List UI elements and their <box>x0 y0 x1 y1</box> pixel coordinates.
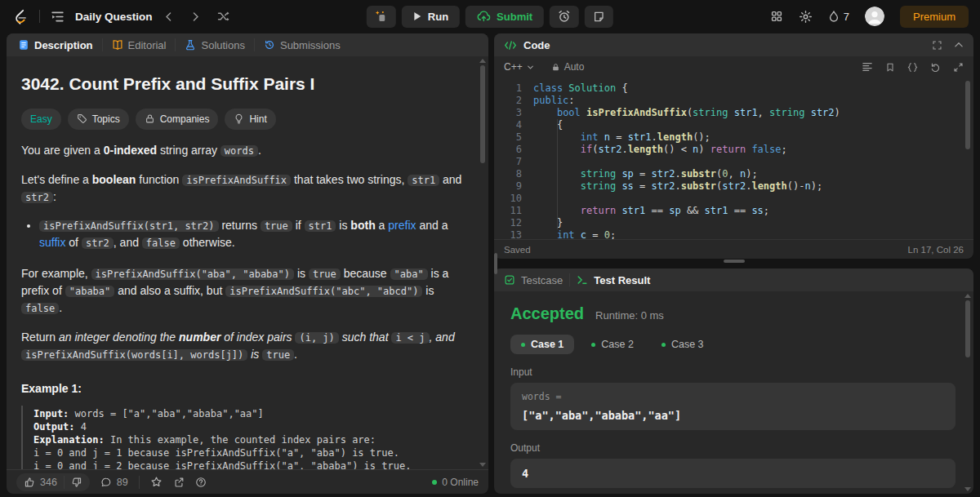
favorite-button[interactable] <box>150 476 163 488</box>
dislike-button[interactable] <box>71 477 82 488</box>
scroll-down-arrow[interactable] <box>964 487 971 491</box>
collapse-panel-icon[interactable] <box>954 40 964 50</box>
code-line[interactable]: 6 if(str2.length() < n) return false; <box>494 144 973 156</box>
feedback-button[interactable] <box>195 477 207 488</box>
maximize-editor-icon[interactable] <box>953 62 964 73</box>
scroll-down-arrow[interactable] <box>479 463 486 467</box>
code-line[interactable]: 13 int c = 0; <box>494 229 973 239</box>
streak-indicator[interactable]: 7 <box>828 10 849 23</box>
prev-question-button[interactable] <box>163 11 174 22</box>
code-line[interactable]: 2public: <box>494 95 973 107</box>
description-scrollbar <box>478 56 488 469</box>
scrollbar-thumb[interactable] <box>965 300 970 357</box>
next-question-button[interactable] <box>190 11 201 22</box>
code-line[interactable]: 9 string ss = str2.substr(str2.length()-… <box>494 180 973 193</box>
code-line[interactable]: 3 bool isPrefixAndSuffix(string str1, st… <box>494 107 973 119</box>
run-button[interactable]: Run <box>402 6 460 28</box>
settings-button[interactable] <box>799 10 813 24</box>
lock-icon <box>145 113 155 124</box>
code-line[interactable]: 7 <box>494 156 973 168</box>
book-icon <box>112 39 123 51</box>
play-icon <box>413 11 422 21</box>
share-button[interactable] <box>173 477 185 488</box>
code-panel: Code C++ <box>494 33 973 259</box>
notes-button[interactable] <box>585 6 613 28</box>
panel-resize-handle-vertical[interactable] <box>494 253 497 274</box>
example-1-block: Input: words = ["a","aba","ababa","aa"]O… <box>21 406 464 470</box>
streak-count: 7 <box>844 11 849 23</box>
timer-button[interactable] <box>550 6 579 28</box>
problem-badges: Easy Topics Companies <box>21 109 464 130</box>
bookmark-icon[interactable] <box>885 62 895 73</box>
problem-description-content: 3042. Count Prefix and Suffix Pairs I Ea… <box>7 56 488 469</box>
code-line[interactable]: 5 int n = str1.length(); <box>494 131 973 144</box>
code-line[interactable]: 10 <box>494 193 973 205</box>
reset-code-icon[interactable] <box>930 62 941 73</box>
debug-button[interactable] <box>367 6 396 28</box>
code-line[interactable]: 12 } <box>494 217 973 229</box>
tab-editorial[interactable]: Editorial <box>110 39 168 51</box>
output-box[interactable]: 4 <box>510 459 956 488</box>
avatar[interactable] <box>865 7 884 26</box>
terminal-icon <box>577 274 588 286</box>
companies-badge[interactable]: Companies <box>136 109 219 130</box>
top-navigation-bar: Daily Question <box>0 0 980 33</box>
test-panel-header: Testcase Test Result <box>494 268 973 291</box>
fullscreen-icon[interactable] <box>932 40 942 51</box>
runtime-info: Runtime: 0 ms <box>595 309 664 322</box>
language-selector[interactable]: C++ <box>504 61 534 73</box>
tab-testcase[interactable]: Testcase <box>504 274 563 286</box>
divider <box>39 10 40 23</box>
code-line[interactable]: 8 string sp = str2.substr(0, n); <box>494 168 973 180</box>
checkbox-check-icon <box>504 274 515 286</box>
description-footer: 346 89 0 Online <box>7 469 488 494</box>
code-line[interactable]: 4 { <box>494 119 973 131</box>
input-label: Input <box>510 366 956 378</box>
format-code-icon[interactable] <box>862 62 873 72</box>
like-button[interactable]: 346 <box>24 477 57 488</box>
code-icon <box>504 40 517 51</box>
scroll-up-arrow[interactable] <box>479 59 486 63</box>
flask-icon <box>185 39 196 51</box>
online-count: 0 Online <box>432 477 479 488</box>
snippets-icon[interactable] <box>907 62 918 73</box>
leetcode-logo[interactable] <box>11 8 29 25</box>
code-editor[interactable]: 1class Solution {2public:3 bool isPrefix… <box>494 78 973 239</box>
saved-indicator: Saved <box>504 245 531 255</box>
daily-question-label[interactable]: Daily Question <box>75 11 153 23</box>
problem-bullet-1: isPrefixAndSuffix(str1, str2) returns tr… <box>39 217 464 251</box>
flame-icon <box>828 10 840 23</box>
divider <box>64 476 65 489</box>
tab-submissions[interactable]: Submissions <box>262 39 342 51</box>
input-box[interactable]: words = ["a","aba","ababa","aa"] <box>510 383 956 430</box>
comments-button[interactable]: 89 <box>100 477 128 488</box>
code-line[interactable]: 11 return str1 == sp && str1 == ss; <box>494 205 973 217</box>
alarm-icon <box>558 10 571 23</box>
auto-save-indicator[interactable]: Auto <box>551 61 585 73</box>
hint-badge[interactable]: Hint <box>225 109 275 130</box>
editor-status-bar: Saved Ln 17, Col 26 <box>494 239 973 259</box>
shuffle-button[interactable] <box>217 10 230 23</box>
premium-button[interactable]: Premium <box>900 6 969 28</box>
problem-statement-3: For example, isPrefixAndSuffix("aba", "a… <box>21 265 464 317</box>
input-var-name: words = <box>522 391 944 402</box>
topics-badge[interactable]: Topics <box>68 109 129 130</box>
case-1-tab[interactable]: Case 1 <box>510 335 574 354</box>
case-2-tab[interactable]: Case 2 <box>581 335 644 354</box>
apps-grid-button[interactable] <box>770 10 783 23</box>
code-line[interactable]: 1class Solution { <box>494 82 973 95</box>
problem-title: 3042. Count Prefix and Suffix Pairs I <box>21 71 464 97</box>
note-icon <box>593 11 605 23</box>
tab-description[interactable]: Description <box>16 39 95 51</box>
problem-list-icon[interactable] <box>51 10 65 24</box>
indent-guide <box>557 119 558 229</box>
like-count: 346 <box>40 477 57 488</box>
case-3-tab[interactable]: Case 3 <box>651 335 715 354</box>
submit-button[interactable]: Submit <box>466 6 544 28</box>
scrollbar-thumb[interactable] <box>480 65 485 163</box>
tab-solutions[interactable]: Solutions <box>183 39 246 51</box>
problem-statement-2: Let's define a boolean function isPrefix… <box>21 171 464 206</box>
tab-test-result[interactable]: Test Result <box>577 274 650 286</box>
scrollbar-thumb[interactable] <box>965 81 970 149</box>
scroll-up-arrow[interactable] <box>964 294 971 298</box>
